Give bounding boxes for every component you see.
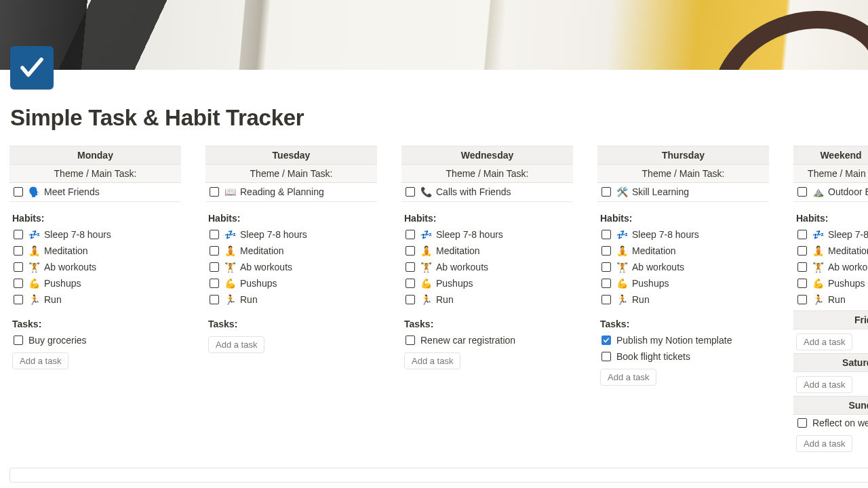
tasks-section-label: Tasks: — [597, 308, 769, 332]
habit-row: 💪 Pushups — [793, 275, 868, 291]
bottom-block[interactable] — [9, 468, 868, 483]
theme-row: 📖 Reading & Planning — [205, 183, 377, 202]
theme-checkbox[interactable] — [14, 187, 23, 197]
habit-row: 🏃 Run — [205, 291, 377, 308]
habit-checkbox[interactable] — [210, 279, 219, 288]
task-label: Reflect on week — [812, 418, 868, 428]
theme-label: Theme / Main Task: — [401, 165, 573, 183]
theme-checkbox[interactable] — [601, 187, 611, 197]
day-column-monday: Monday Theme / Main Task: 🗣️ Meet Friend… — [9, 146, 181, 452]
habit-row: 💪 Pushups — [597, 275, 769, 291]
add-task-button[interactable]: Add a task — [208, 336, 264, 353]
habit-checkbox[interactable] — [406, 246, 415, 256]
habit-label: Meditation — [240, 245, 284, 256]
habit-row: 💤 Sleep 7-8 hours — [205, 226, 377, 243]
habit-row: 🏋️ Ab workouts — [597, 259, 769, 275]
habit-label: Pushups — [436, 278, 473, 289]
habit-emoji-icon: 🏃 — [812, 294, 824, 305]
task-checkbox[interactable] — [601, 352, 611, 361]
habits-section-label: Habits: — [9, 202, 181, 226]
habit-label: Meditation — [632, 245, 676, 256]
theme-text: Calls with Friends — [436, 186, 511, 197]
habit-label: Ab workouts — [44, 262, 96, 272]
theme-row: 🛠️ Skill Learning — [597, 183, 769, 202]
habit-checkbox[interactable] — [14, 262, 23, 272]
habit-label: Sleep 7-8 ho — [828, 229, 868, 240]
habit-row: 🧘 Meditation — [597, 243, 769, 259]
task-checkbox[interactable] — [14, 336, 23, 345]
habit-checkbox[interactable] — [406, 230, 415, 239]
task-checkbox[interactable] — [406, 336, 415, 345]
habit-emoji-icon: 🏋️ — [28, 262, 40, 272]
habit-checkbox[interactable] — [14, 246, 23, 256]
theme-label: Theme / Main Task: — [597, 165, 769, 183]
habit-label: Sleep 7-8 hours — [436, 229, 503, 240]
habit-emoji-icon: 🧘 — [420, 245, 432, 256]
habit-row: 💪 Pushups — [205, 275, 377, 291]
habit-row: 💤 Sleep 7-8 hours — [597, 226, 769, 243]
habit-checkbox[interactable] — [797, 295, 807, 304]
habit-checkbox[interactable] — [406, 262, 415, 272]
tasks-section-label: Tasks: — [205, 308, 377, 332]
page-icon-checkmark[interactable] — [10, 46, 54, 89]
task-label: Publish my Notion template — [616, 335, 732, 346]
add-task-button[interactable]: Add a task — [796, 333, 852, 350]
task-checkbox[interactable] — [601, 336, 611, 345]
add-task-button[interactable]: Add a task — [12, 352, 68, 369]
page-title: Simple Task & Habit Tracker — [0, 70, 868, 131]
habit-row: 💤 Sleep 7-8 ho — [793, 226, 868, 243]
habit-emoji-icon: 🧘 — [224, 245, 236, 256]
habit-checkbox[interactable] — [14, 279, 23, 288]
task-row: Reflect on week — [793, 415, 868, 431]
habit-checkbox[interactable] — [406, 279, 415, 288]
habit-label: Sleep 7-8 hours — [44, 229, 111, 240]
theme-label: Theme / Main T — [793, 165, 868, 183]
habit-checkbox[interactable] — [210, 246, 219, 256]
habit-emoji-icon: 💪 — [616, 278, 628, 289]
habit-checkbox[interactable] — [210, 295, 219, 304]
day-header: Tuesday — [205, 146, 377, 165]
habit-label: Ab workouts — [436, 262, 488, 272]
theme-emoji-icon: 📖 — [224, 186, 236, 197]
task-checkbox[interactable] — [797, 418, 807, 428]
habit-checkbox[interactable] — [601, 262, 611, 272]
add-task-button[interactable]: Add a task — [796, 435, 852, 452]
tasks-section-label: Tasks: — [401, 308, 573, 332]
habit-label: Run — [44, 294, 62, 305]
habit-row: 🧘 Meditation — [793, 243, 868, 259]
habit-checkbox[interactable] — [797, 279, 807, 288]
habit-emoji-icon: 🏃 — [28, 294, 40, 305]
habit-checkbox[interactable] — [601, 279, 611, 288]
theme-checkbox[interactable] — [406, 187, 415, 197]
habit-label: Run — [436, 294, 454, 305]
habit-checkbox[interactable] — [601, 230, 611, 239]
habit-checkbox[interactable] — [210, 262, 219, 272]
habit-checkbox[interactable] — [14, 230, 23, 239]
habit-checkbox[interactable] — [14, 295, 23, 304]
task-row: Book flight tickets — [597, 348, 769, 365]
add-task-button[interactable]: Add a task — [796, 376, 852, 393]
habit-row: 🏃 Run — [9, 291, 181, 308]
habit-emoji-icon: 🏃 — [616, 294, 628, 305]
habit-label: Run — [828, 294, 846, 305]
add-task-button[interactable]: Add a task — [404, 352, 460, 369]
habit-checkbox[interactable] — [601, 295, 611, 304]
habit-row: 🏃 Run — [401, 291, 573, 308]
habit-checkbox[interactable] — [406, 295, 415, 304]
theme-checkbox[interactable] — [210, 187, 219, 197]
habit-emoji-icon: 💪 — [420, 278, 432, 289]
habit-checkbox[interactable] — [797, 246, 807, 256]
theme-checkbox[interactable] — [797, 187, 807, 197]
habit-label: Sleep 7-8 hours — [240, 229, 307, 240]
habit-emoji-icon: 🏋️ — [812, 262, 824, 272]
add-task-button[interactable]: Add a task — [600, 369, 656, 386]
day-header: Wednesday — [401, 146, 573, 165]
habit-checkbox[interactable] — [601, 246, 611, 256]
habit-checkbox[interactable] — [797, 230, 807, 239]
habit-checkbox[interactable] — [797, 262, 807, 272]
habit-checkbox[interactable] — [210, 230, 219, 239]
theme-row: ⛰️ Outdoor Exp — [793, 183, 868, 202]
habit-emoji-icon: 💤 — [812, 229, 824, 240]
habit-emoji-icon: 🏋️ — [616, 262, 628, 272]
habit-emoji-icon: 🏃 — [420, 294, 432, 305]
